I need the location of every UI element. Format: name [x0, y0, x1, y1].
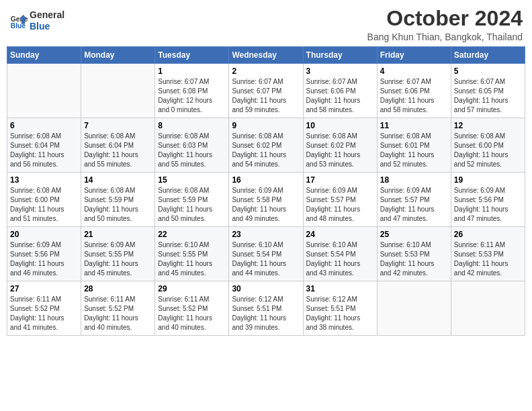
calendar-cell: 14Sunrise: 6:08 AM Sunset: 5:59 PM Dayli…	[81, 173, 155, 227]
calendar-cell: 7Sunrise: 6:08 AM Sunset: 6:04 PM Daylig…	[81, 118, 155, 173]
day-info: Sunrise: 6:08 AM Sunset: 5:59 PM Dayligh…	[158, 186, 226, 224]
calendar-cell: 12Sunrise: 6:08 AM Sunset: 6:00 PM Dayli…	[451, 118, 525, 173]
day-header-friday: Friday	[377, 47, 451, 64]
day-info: Sunrise: 6:07 AM Sunset: 6:08 PM Dayligh…	[158, 77, 226, 115]
day-info: Sunrise: 6:07 AM Sunset: 6:05 PM Dayligh…	[454, 77, 522, 115]
day-number: 9	[232, 121, 300, 130]
day-header-sunday: Sunday	[7, 47, 81, 64]
location: Bang Khun Thian, Bangkok, Thailand	[367, 32, 523, 42]
day-info: Sunrise: 6:11 AM Sunset: 5:52 PM Dayligh…	[158, 295, 226, 332]
day-number: 6	[10, 121, 78, 130]
week-row-5: 27Sunrise: 6:11 AM Sunset: 5:52 PM Dayli…	[7, 281, 525, 336]
calendar-cell: 1Sunrise: 6:07 AM Sunset: 6:08 PM Daylig…	[155, 64, 229, 118]
day-info: Sunrise: 6:07 AM Sunset: 6:07 PM Dayligh…	[232, 77, 300, 115]
calendar-cell: 2Sunrise: 6:07 AM Sunset: 6:07 PM Daylig…	[229, 64, 303, 118]
day-number: 11	[380, 121, 448, 130]
day-header-thursday: Thursday	[303, 47, 377, 64]
day-number: 3	[306, 66, 374, 76]
day-info: Sunrise: 6:08 AM Sunset: 6:03 PM Dayligh…	[158, 132, 226, 169]
day-number: 23	[232, 230, 300, 239]
calendar-cell: 28Sunrise: 6:11 AM Sunset: 5:52 PM Dayli…	[81, 281, 155, 336]
day-info: Sunrise: 6:07 AM Sunset: 6:06 PM Dayligh…	[306, 77, 374, 115]
calendar-cell: 23Sunrise: 6:10 AM Sunset: 5:54 PM Dayli…	[229, 227, 303, 281]
day-number: 4	[380, 66, 448, 76]
calendar-cell: 27Sunrise: 6:11 AM Sunset: 5:52 PM Dayli…	[7, 281, 81, 336]
calendar-cell: 11Sunrise: 6:08 AM Sunset: 6:01 PM Dayli…	[377, 118, 451, 173]
calendar-cell: 19Sunrise: 6:09 AM Sunset: 5:56 PM Dayli…	[451, 173, 525, 227]
calendar-table: SundayMondayTuesdayWednesdayThursdayFrid…	[7, 46, 525, 336]
day-number: 5	[454, 66, 522, 76]
day-info: Sunrise: 6:12 AM Sunset: 5:51 PM Dayligh…	[232, 295, 300, 332]
day-info: Sunrise: 6:08 AM Sunset: 6:02 PM Dayligh…	[306, 132, 374, 169]
logo: General Blue General Blue	[9, 9, 64, 32]
day-number: 31	[306, 284, 374, 293]
calendar-cell: 4Sunrise: 6:07 AM Sunset: 6:06 PM Daylig…	[377, 64, 451, 118]
calendar-cell: 31Sunrise: 6:12 AM Sunset: 5:51 PM Dayli…	[303, 281, 377, 336]
day-info: Sunrise: 6:08 AM Sunset: 6:00 PM Dayligh…	[10, 186, 78, 224]
calendar-cell	[451, 281, 525, 336]
day-info: Sunrise: 6:10 AM Sunset: 5:53 PM Dayligh…	[380, 240, 448, 278]
week-row-1: 1Sunrise: 6:07 AM Sunset: 6:08 PM Daylig…	[7, 64, 525, 118]
day-number: 10	[306, 121, 374, 130]
day-info: Sunrise: 6:09 AM Sunset: 5:57 PM Dayligh…	[306, 186, 374, 224]
calendar-cell: 20Sunrise: 6:09 AM Sunset: 5:56 PM Dayli…	[7, 227, 81, 281]
day-header-saturday: Saturday	[451, 47, 525, 64]
day-number: 18	[380, 175, 448, 185]
day-info: Sunrise: 6:09 AM Sunset: 5:55 PM Dayligh…	[84, 240, 152, 278]
day-number: 29	[158, 284, 226, 293]
day-number: 12	[454, 121, 522, 130]
page-header: General Blue General Blue October 2024 B…	[7, 7, 525, 42]
day-info: Sunrise: 6:07 AM Sunset: 6:06 PM Dayligh…	[380, 77, 448, 115]
week-row-2: 6Sunrise: 6:08 AM Sunset: 6:04 PM Daylig…	[7, 118, 525, 173]
calendar-cell: 18Sunrise: 6:09 AM Sunset: 5:57 PM Dayli…	[377, 173, 451, 227]
day-header-tuesday: Tuesday	[155, 47, 229, 64]
day-info: Sunrise: 6:10 AM Sunset: 5:54 PM Dayligh…	[306, 240, 374, 278]
calendar-cell: 16Sunrise: 6:09 AM Sunset: 5:58 PM Dayli…	[229, 173, 303, 227]
day-info: Sunrise: 6:11 AM Sunset: 5:52 PM Dayligh…	[84, 295, 152, 332]
calendar-cell	[81, 64, 155, 118]
calendar-cell: 8Sunrise: 6:08 AM Sunset: 6:03 PM Daylig…	[155, 118, 229, 173]
week-row-4: 20Sunrise: 6:09 AM Sunset: 5:56 PM Dayli…	[7, 227, 525, 281]
calendar-cell: 10Sunrise: 6:08 AM Sunset: 6:02 PM Dayli…	[303, 118, 377, 173]
calendar-cell: 3Sunrise: 6:07 AM Sunset: 6:06 PM Daylig…	[303, 64, 377, 118]
day-info: Sunrise: 6:08 AM Sunset: 6:01 PM Dayligh…	[380, 132, 448, 169]
day-info: Sunrise: 6:11 AM Sunset: 5:52 PM Dayligh…	[10, 295, 78, 332]
calendar-header-row: SundayMondayTuesdayWednesdayThursdayFrid…	[7, 47, 525, 64]
calendar-cell: 6Sunrise: 6:08 AM Sunset: 6:04 PM Daylig…	[7, 118, 81, 173]
calendar-cell: 5Sunrise: 6:07 AM Sunset: 6:05 PM Daylig…	[451, 64, 525, 118]
day-info: Sunrise: 6:11 AM Sunset: 5:53 PM Dayligh…	[454, 240, 522, 278]
day-number: 22	[158, 230, 226, 239]
calendar-cell: 13Sunrise: 6:08 AM Sunset: 6:00 PM Dayli…	[7, 173, 81, 227]
calendar-cell	[7, 64, 81, 118]
day-number: 21	[84, 230, 152, 239]
day-number: 30	[232, 284, 300, 293]
day-number: 25	[380, 230, 448, 239]
logo-icon: General Blue	[9, 11, 28, 30]
day-info: Sunrise: 6:10 AM Sunset: 5:55 PM Dayligh…	[158, 240, 226, 278]
calendar-cell: 22Sunrise: 6:10 AM Sunset: 5:55 PM Dayli…	[155, 227, 229, 281]
day-number: 20	[10, 230, 78, 239]
day-number: 7	[84, 121, 152, 130]
calendar-cell: 24Sunrise: 6:10 AM Sunset: 5:54 PM Dayli…	[303, 227, 377, 281]
calendar-cell: 29Sunrise: 6:11 AM Sunset: 5:52 PM Dayli…	[155, 281, 229, 336]
day-number: 17	[306, 175, 374, 185]
calendar-cell: 9Sunrise: 6:08 AM Sunset: 6:02 PM Daylig…	[229, 118, 303, 173]
day-header-monday: Monday	[81, 47, 155, 64]
day-number: 14	[84, 175, 152, 185]
day-info: Sunrise: 6:09 AM Sunset: 5:57 PM Dayligh…	[380, 186, 448, 224]
calendar-cell	[377, 281, 451, 336]
calendar-cell: 21Sunrise: 6:09 AM Sunset: 5:55 PM Dayli…	[81, 227, 155, 281]
day-number: 16	[232, 175, 300, 185]
title-block: October 2024 Bang Khun Thian, Bangkok, T…	[367, 7, 523, 42]
week-row-3: 13Sunrise: 6:08 AM Sunset: 6:00 PM Dayli…	[7, 173, 525, 227]
day-number: 26	[454, 230, 522, 239]
day-number: 24	[306, 230, 374, 239]
day-number: 15	[158, 175, 226, 185]
day-info: Sunrise: 6:12 AM Sunset: 5:51 PM Dayligh…	[306, 295, 374, 332]
day-info: Sunrise: 6:08 AM Sunset: 6:04 PM Dayligh…	[84, 132, 152, 169]
day-info: Sunrise: 6:08 AM Sunset: 6:00 PM Dayligh…	[454, 132, 522, 169]
day-info: Sunrise: 6:09 AM Sunset: 5:56 PM Dayligh…	[454, 186, 522, 224]
day-info: Sunrise: 6:09 AM Sunset: 5:58 PM Dayligh…	[232, 186, 300, 224]
day-number: 8	[158, 121, 226, 130]
day-number: 19	[454, 175, 522, 185]
